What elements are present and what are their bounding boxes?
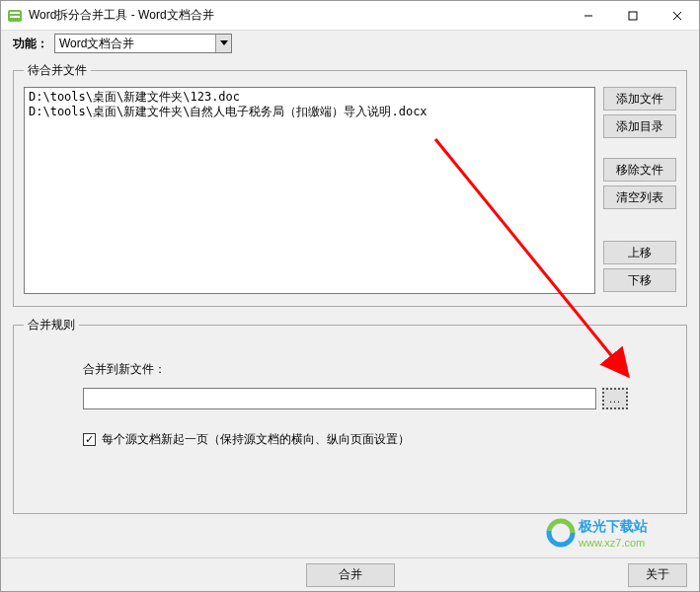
add-folder-button[interactable]: 添加目录 [603, 114, 676, 138]
file-list[interactable]: D:\tools\桌面\新建文件夹\123.doc D:\tools\桌面\新建… [24, 87, 595, 294]
window-title: Word拆分合并工具 - Word文档合并 [29, 7, 566, 24]
svg-text:极光下载站: 极光下载站 [578, 518, 648, 534]
minimize-button[interactable] [566, 1, 610, 30]
output-path-input[interactable] [83, 388, 596, 409]
svg-rect-1 [10, 12, 20, 14]
bottom-bar: 合并 关于 [1, 557, 699, 591]
new-page-checkbox-row[interactable]: ✓ 每个源文档新起一页（保持源文档的横向、纵向页面设置） [83, 431, 657, 448]
close-button[interactable] [655, 1, 699, 30]
toolbar: 功能： Word文档合并 [1, 31, 699, 56]
function-combobox[interactable]: Word文档合并 [54, 34, 232, 53]
svg-marker-7 [220, 40, 228, 45]
clear-list-button[interactable]: 清空列表 [603, 185, 676, 209]
svg-rect-2 [10, 16, 20, 18]
svg-point-10 [549, 521, 573, 545]
titlebar: Word拆分合并工具 - Word文档合并 [1, 1, 699, 31]
svg-point-11 [549, 521, 573, 545]
files-group: 待合并文件 D:\tools\桌面\新建文件夹\123.doc D:\tools… [13, 62, 687, 307]
merge-button[interactable]: 合并 [306, 563, 395, 587]
function-label: 功能： [13, 36, 48, 52]
watermark: 极光下载站 www.xz7.com [545, 513, 693, 555]
about-button[interactable]: 关于 [628, 563, 687, 587]
files-group-legend: 待合并文件 [24, 62, 91, 79]
checkbox-label: 每个源文档新起一页（保持源文档的横向、纵向页面设置） [102, 431, 410, 448]
svg-rect-4 [629, 12, 637, 20]
rules-group: 合并规则 合并到新文件： ... ✓ 每个源文档新起一页（保持源文档的横向、纵向… [13, 317, 687, 514]
browse-button[interactable]: ... [602, 388, 628, 409]
add-file-button[interactable]: 添加文件 [603, 87, 676, 111]
move-up-button[interactable]: 上移 [603, 241, 676, 264]
maximize-button[interactable] [610, 1, 655, 30]
chevron-down-icon [215, 35, 231, 52]
svg-text:www.xz7.com: www.xz7.com [578, 537, 645, 549]
output-label: 合并到新文件： [83, 361, 657, 378]
client-area: 待合并文件 D:\tools\桌面\新建文件夹\123.doc D:\tools… [1, 56, 699, 514]
app-window: Word拆分合并工具 - Word文档合并 功能： Word文档合并 待合并文件… [0, 0, 700, 592]
remove-file-button[interactable]: 移除文件 [603, 158, 676, 182]
function-combobox-value: Word文档合并 [55, 36, 215, 52]
rules-group-legend: 合并规则 [24, 317, 79, 333]
app-icon [7, 8, 23, 24]
file-buttons-column: 添加文件 添加目录 移除文件 清空列表 上移 下移 [603, 87, 676, 294]
move-down-button[interactable]: 下移 [603, 268, 676, 292]
checkbox-icon: ✓ [83, 433, 96, 446]
